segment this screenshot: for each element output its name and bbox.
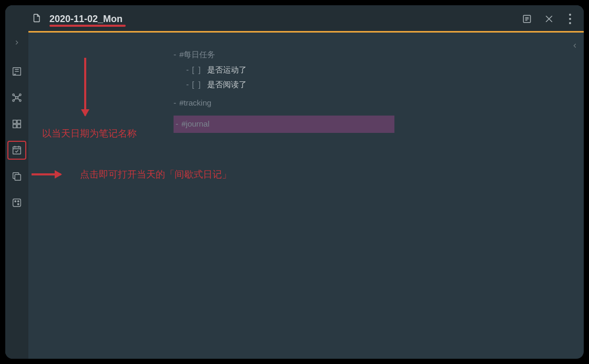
bullet-marker: - [174, 96, 176, 111]
annotation-arrow-right [32, 173, 61, 175]
plugins-icon[interactable] [7, 115, 26, 133]
copy-icon[interactable] [7, 167, 26, 186]
checkbox-unchecked[interactable]: [ ] [192, 63, 202, 78]
bullet-daily-tasks[interactable]: - #每日任务 [174, 47, 584, 63]
note-content[interactable]: - #每日任务 - [ ] 是否运动了 - [ ] 是否阅读了 - #track… [28, 33, 584, 359]
svg-rect-20 [13, 124, 16, 128]
annotation-click-note: 点击即可打开当天的「间歇式日记」 [80, 168, 231, 181]
bullet-marker: - [174, 47, 176, 63]
svg-line-17 [18, 98, 19, 100]
bullet-tracking[interactable]: - #tracking [174, 96, 584, 111]
svg-rect-27 [13, 199, 21, 207]
annotation-title-note: 以当天日期为笔记名称 [42, 127, 137, 140]
file-icon [32, 13, 41, 25]
file-title-text: 2020-11-02_Mon [49, 14, 123, 24]
task-exercise[interactable]: - [ ] 是否运动了 [174, 63, 584, 78]
daily-note-icon[interactable] [7, 141, 26, 160]
tag-daily[interactable]: #每日任务 [179, 47, 215, 63]
close-icon[interactable] [544, 14, 554, 24]
svg-rect-26 [15, 174, 21, 180]
task-read-label: 是否阅读了 [207, 77, 247, 92]
titlebar-actions [522, 13, 574, 25]
svg-point-28 [15, 201, 16, 202]
svg-line-16 [14, 98, 16, 100]
bullet-marker: - [176, 117, 178, 132]
bullet-marker: - [186, 77, 189, 92]
titlebar: 2020-11-02_Mon [5, 5, 584, 33]
annotation-arrow-down [84, 58, 86, 116]
app-window: 2020-11-02_Mon [5, 5, 584, 359]
file-explorer-icon[interactable] [7, 62, 26, 81]
svg-point-9 [16, 97, 18, 99]
svg-rect-19 [17, 120, 21, 123]
svg-point-30 [18, 201, 19, 202]
tag-journal[interactable]: #journal [181, 117, 209, 132]
annotation-underline [49, 25, 126, 27]
more-options-icon[interactable] [566, 13, 574, 25]
svg-rect-21 [17, 124, 21, 128]
task-read[interactable]: - [ ] 是否阅读了 [174, 77, 584, 92]
bullet-marker: - [186, 63, 189, 78]
random-note-icon[interactable] [7, 193, 26, 212]
graph-view-icon[interactable] [7, 88, 26, 107]
svg-rect-22 [13, 147, 21, 154]
task-exercise-label: 是否运动了 [207, 63, 247, 78]
left-ribbon [5, 33, 28, 359]
highlighted-line[interactable]: - #journal [174, 116, 394, 133]
tag-tracking[interactable]: #tracking [179, 96, 211, 111]
app-body: - #每日任务 - [ ] 是否运动了 - [ ] 是否阅读了 - #track… [5, 33, 584, 359]
svg-line-15 [18, 95, 19, 97]
checkbox-unchecked[interactable]: [ ] [192, 77, 202, 92]
reading-mode-icon[interactable] [522, 14, 532, 24]
collapse-left-icon[interactable] [13, 39, 21, 48]
svg-point-29 [18, 204, 19, 205]
file-title: 2020-11-02_Mon [49, 14, 123, 25]
svg-rect-18 [13, 120, 16, 123]
svg-line-14 [14, 95, 16, 97]
